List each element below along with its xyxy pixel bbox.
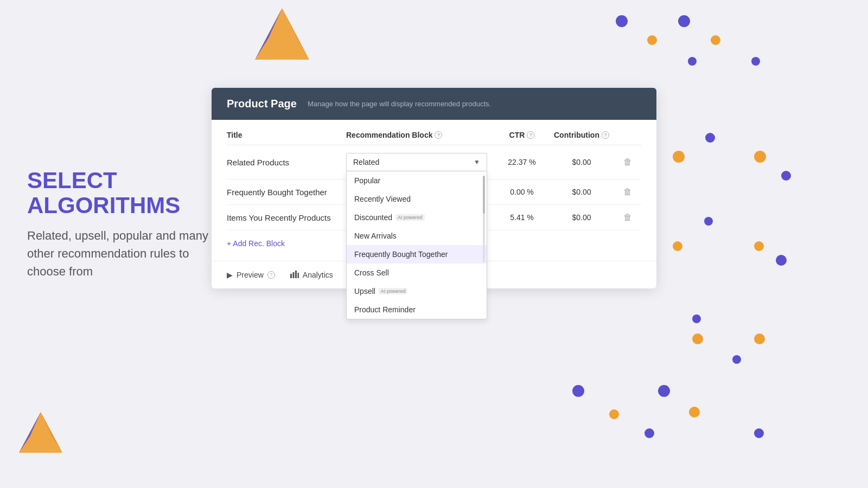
preview-icon: ▶ [227, 271, 233, 279]
svg-rect-6 [290, 274, 292, 278]
decorative-dot [751, 57, 760, 66]
svg-rect-8 [295, 271, 297, 278]
table-row: Related Products Related ▼ Popular Recen… [227, 145, 641, 179]
heading-line1: SELECT [27, 168, 117, 193]
option-discounted[interactable]: Discounted AI powered [347, 208, 487, 227]
card-subtitle: Manage how the page will display recomme… [308, 100, 491, 108]
option-cross-sell[interactable]: Cross Sell [347, 264, 487, 282]
col-ctr: CTR ? [495, 131, 549, 139]
preview-info-icon[interactable]: ? [267, 271, 275, 279]
decorative-dot [647, 35, 657, 45]
left-text-block: SELECT ALGORITHMS Related, upsell, popul… [27, 168, 212, 280]
option-product-reminder[interactable]: Product Reminder [347, 300, 487, 319]
row-1-dropdown-menu: Popular Recently Viewed Discounted AI po… [346, 171, 487, 319]
decorative-dot [673, 151, 685, 163]
decorative-dot [572, 385, 584, 397]
col-recommendation: Recommendation Block ? [346, 131, 495, 139]
decorative-dot [704, 217, 713, 226]
ai-badge-discounted: AI powered [395, 214, 425, 221]
analytics-label: Analytics [303, 271, 333, 279]
contribution-info-icon[interactable]: ? [602, 131, 609, 139]
col-title: Title [227, 131, 346, 139]
col-actions [614, 131, 641, 139]
decorative-dot [692, 314, 701, 323]
logo-top [250, 5, 315, 70]
analytics-button[interactable]: Analytics [290, 271, 333, 280]
row-3-delete-button[interactable]: 🗑 [614, 213, 641, 222]
decorative-dot [658, 385, 670, 397]
decorative-dot [732, 355, 741, 364]
table-header: Title Recommendation Block ? CTR ? Contr… [227, 131, 641, 145]
decorative-dot [754, 333, 765, 344]
row-2-title: Frequently Bought Together [227, 188, 346, 197]
option-recently-viewed[interactable]: Recently Viewed [347, 190, 487, 208]
option-popular[interactable]: Popular [347, 171, 487, 190]
decorative-dot [689, 407, 700, 418]
decorative-dot [673, 241, 682, 251]
svg-rect-7 [292, 272, 294, 278]
decorative-dot [776, 255, 787, 266]
row-2-contribution: $0.00 [549, 188, 614, 196]
analytics-icon [290, 271, 299, 280]
svg-marker-0 [255, 8, 309, 60]
main-card: Product Page Manage how the page will di… [212, 88, 656, 288]
row-2-delete-button[interactable]: 🗑 [614, 187, 641, 197]
svg-rect-9 [297, 273, 299, 278]
ai-badge-upsell: AI powered [379, 288, 408, 294]
heading-line2: ALGORITHMS [27, 192, 180, 218]
col-contribution: Contribution ? [549, 131, 614, 139]
decorative-dot [711, 35, 720, 45]
preview-button[interactable]: ▶ Preview ? [227, 271, 275, 279]
decorative-dot [692, 333, 703, 344]
decorative-dot [781, 171, 791, 181]
row-1-title: Related Products [227, 158, 346, 167]
decorative-dot [609, 409, 619, 419]
option-frequently-bought[interactable]: Frequently Bought Together [347, 245, 487, 264]
dropdown-scrollbar [483, 176, 485, 262]
decorative-dot [754, 151, 766, 163]
decorative-dot [616, 15, 628, 27]
row-1-selected-value: Related [353, 158, 379, 166]
row-1-dropdown-trigger[interactable]: Related ▼ [346, 153, 487, 171]
left-body-text: Related, upsell, popular and many other … [27, 227, 212, 280]
row-3-title: Items You Recently Products [227, 213, 346, 222]
row-1-dropdown-wrapper: Related ▼ Popular Recently Viewed Discou… [346, 153, 495, 171]
card-body: Title Recommendation Block ? CTR ? Contr… [212, 120, 656, 261]
row-1-ctr: 22.37 % [495, 158, 549, 166]
row-2-ctr: 0.00 % [495, 188, 549, 196]
dropdown-scrollbar-thumb [483, 176, 485, 214]
decorative-dot [644, 428, 654, 438]
logo-bottom [16, 409, 65, 458]
row-1-dropdown-arrow-icon: ▼ [474, 158, 480, 166]
option-upsell[interactable]: Upsell AI powered [347, 282, 487, 300]
preview-label: Preview [237, 271, 264, 279]
decorative-dot [678, 15, 690, 27]
decorative-dot [688, 57, 697, 66]
decorative-dot [705, 133, 715, 143]
row-3-contribution: $0.00 [549, 213, 614, 222]
add-rec-label: + Add Rec. Block [227, 239, 285, 248]
decorative-dot [754, 241, 764, 251]
svg-marker-3 [19, 412, 62, 453]
card-header: Product Page Manage how the page will di… [212, 88, 656, 120]
row-1-delete-button[interactable]: 🗑 [614, 157, 641, 167]
recommendation-info-icon[interactable]: ? [435, 131, 442, 139]
row-3-ctr: 5.41 % [495, 213, 549, 222]
card-title: Product Page [227, 98, 297, 110]
decorative-dot [754, 428, 764, 438]
option-new-arrivals[interactable]: New Arrivals [347, 227, 487, 245]
ctr-info-icon[interactable]: ? [527, 131, 534, 139]
row-1-contribution: $0.00 [549, 158, 614, 166]
